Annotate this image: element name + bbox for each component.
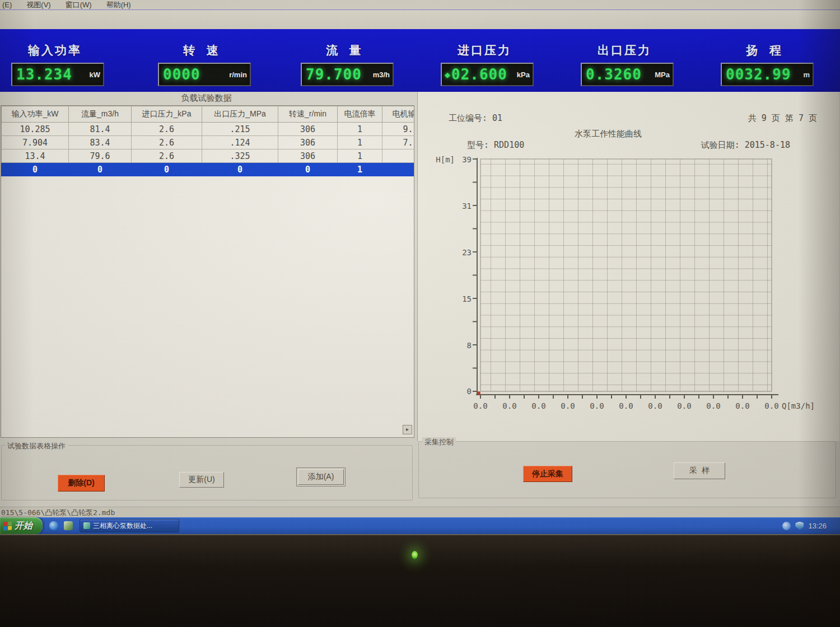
update-button[interactable]: 更新(U) (179, 472, 224, 488)
cell (382, 163, 415, 176)
tray-clock: 13:26 (808, 522, 827, 530)
add-button[interactable]: 添加(A) (298, 469, 344, 485)
col-header: 输入功率_kW (2, 106, 69, 123)
led-value: 0.3260 (586, 67, 642, 82)
led-display: 0032.99 m (721, 63, 814, 86)
cell: 1 (338, 136, 382, 149)
cell: .325 (202, 149, 278, 163)
gauge-input-power: 输入功率 13.234 kW (10, 29, 100, 58)
gauge-flow: 流 量 79.700 m3/h (300, 29, 389, 58)
y-tick-label: 39 (462, 155, 472, 164)
x-tick-label: 0.0 (735, 401, 749, 410)
model-label: 型号: RDD100 (467, 140, 524, 151)
gauge-label: 转 速 (157, 43, 246, 58)
x-tick-label: 0.0 (706, 401, 720, 410)
cell: .215 (202, 123, 278, 136)
led-unit: kW (90, 71, 101, 79)
y-tick-label: 8 (467, 341, 472, 350)
sample-button[interactable]: 采 样 (674, 462, 725, 479)
delete-button[interactable]: 删除(D) (58, 475, 105, 492)
x-tick-label: 0.0 (648, 401, 662, 410)
system-tray: 13:26 (782, 517, 827, 534)
cell (382, 149, 415, 163)
start-label: 开始 (15, 520, 32, 532)
quick-launch-icon[interactable] (49, 521, 58, 530)
table-row[interactable]: 10.285 81.4 2.6 .215 306 1 9. (2, 123, 415, 136)
table-title: 负载试验数据 (0, 93, 413, 104)
acquisition-control-group: 采集控制 (418, 441, 836, 498)
gauge-inlet-pressure: 进口压力 ◆ 02.600 kPa (440, 29, 529, 58)
window-top-strip (0, 10, 840, 29)
taskbar-app-button[interactable]: 三相离心泵数据处... (80, 519, 179, 532)
chart-title: 水泵工作性能曲线 (418, 129, 799, 139)
x-axis-label: Q[m3/h] (782, 401, 815, 410)
page-indicator: 共 9 页 第 7 页 (748, 113, 817, 124)
stop-acquisition-button[interactable]: 停止采集 (523, 466, 572, 482)
led-unit: m3/h (373, 71, 390, 79)
gauge-label: 出口压力 (580, 43, 669, 58)
led-unit: m (803, 71, 810, 79)
load-test-panel: 负载试验数据 输入功率_kW 流量_m3/h 进口压力_kPa 出口压力_MPa… (0, 92, 414, 441)
cell: 0 (132, 163, 202, 176)
y-axis-label: H[m] (436, 155, 455, 164)
taskbar: 开始 三相离心泵数据处... 13:26 (0, 517, 840, 534)
gauge-banner: 输入功率 13.234 kW 转 速 0000 r/min 流 量 79.700… (0, 29, 840, 92)
tray-shield-icon[interactable] (795, 522, 804, 530)
monitor-screen: (E) 视图(V) 窗口(W) 帮助(H) 输入功率 13.234 kW 转 速… (0, 0, 840, 534)
start-button[interactable]: 开始 (0, 517, 43, 534)
menu-item-help[interactable]: 帮助(H) (106, 0, 131, 10)
cell: 306 (278, 136, 338, 149)
col-header: 电流倍率 (338, 106, 382, 123)
y-tick-label: 31 (462, 202, 472, 210)
database-path: 015\5-066\凸轮泵\凸轮泵2.mdb (1, 508, 115, 518)
cell: 2.6 (132, 123, 202, 136)
led-display: 13.234 kW (11, 63, 104, 86)
performance-curve-chart: H[m] 39 31 23 15 8 0 0.0 (418, 152, 839, 418)
cell: 13.4 (2, 149, 69, 163)
x-tick-label: 0.0 (764, 401, 778, 410)
y-tick-label: 15 (462, 294, 472, 303)
table-row[interactable]: 13.4 79.6 2.6 .325 306 1 (2, 149, 415, 163)
cell: 0 (202, 163, 278, 176)
led-value: 79.700 (306, 67, 362, 82)
led-display: 0000 r/min (158, 63, 251, 86)
gauge-head: 扬 程 0032.99 m (720, 29, 809, 58)
table-row[interactable]: 7.904 83.4 2.6 .124 306 1 7. (2, 136, 415, 149)
gauge-label: 进口压力 (440, 43, 529, 58)
col-header: 出口压力_MPa (202, 106, 278, 123)
led-value: 0032.99 (726, 67, 791, 82)
cell: 81.4 (69, 123, 132, 136)
x-tick-label: 0.0 (590, 401, 604, 410)
menu-item-edit[interactable]: (E) (2, 1, 12, 9)
monitor-bezel (0, 534, 840, 627)
led-display: 79.700 m3/h (301, 63, 394, 86)
gauge-outlet-pressure: 出口压力 0.3260 MPa (580, 29, 669, 58)
hscroll-right-arrow-icon[interactable]: ▸ (403, 425, 412, 434)
menu-item-view[interactable]: 视图(V) (26, 0, 50, 10)
menu-item-window[interactable]: 窗口(W) (66, 0, 92, 10)
tray-network-icon[interactable] (782, 522, 791, 530)
cell: 0 (2, 163, 69, 176)
test-date-label: 试验日期: 2015-8-18 (701, 140, 790, 151)
y-tick-label: 0 (467, 387, 472, 396)
led-unit: MPa (655, 71, 670, 79)
led-display: 0.3260 MPa (581, 63, 674, 86)
y-axis-ticks (473, 159, 477, 391)
quick-launch-icon[interactable] (64, 521, 73, 530)
plus-sign-icon: ◆ (445, 71, 450, 79)
app-icon (83, 522, 90, 529)
gauge-label: 输入功率 (10, 43, 100, 58)
cell: 2.6 (132, 136, 202, 149)
cell: 1 (338, 163, 382, 176)
x-tick-label: 0.0 (677, 401, 691, 410)
table-row-selected[interactable]: 0 0 0 0 0 1 (2, 163, 415, 176)
gauge-label: 扬 程 (720, 43, 809, 58)
x-axis-ticks (480, 395, 772, 399)
y-tick-label: 23 (462, 248, 472, 257)
x-tick-label: 0.0 (619, 401, 633, 410)
led-value: 13.234 (16, 67, 72, 82)
chart-grid (480, 159, 772, 391)
gauge-label: 流 量 (300, 43, 389, 58)
cell: .124 (202, 136, 278, 149)
x-tick-label: 0.0 (531, 401, 545, 410)
